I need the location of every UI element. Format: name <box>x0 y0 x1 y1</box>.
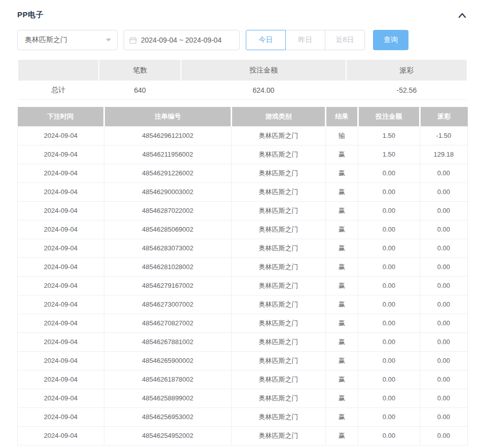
cell-order-number: 48546283073002 <box>104 239 232 257</box>
cell-bet-amount: 0.00 <box>358 426 420 445</box>
table-row: 2024-09-04 48546291226002 奥林匹斯之门 赢 0.00 … <box>18 164 468 182</box>
cell-payout: -1.50 <box>420 126 467 145</box>
page-container: PP电子 奥林匹斯之门 2024-09-04 ~ 2 <box>0 0 485 445</box>
cell-bet-amount: 0.00 <box>358 332 420 351</box>
summary-header-bet-amount: 投注金额 <box>181 60 345 81</box>
cell-game-type: 奥林匹斯之门 <box>232 389 326 407</box>
cell-game-type: 奥林匹斯之门 <box>232 257 326 276</box>
collapse-button[interactable] <box>457 11 468 19</box>
cell-payout: 0.00 <box>420 332 467 351</box>
cell-order-number: 48546261878002 <box>104 370 232 389</box>
bet-table-body: 2024-09-04 48546296121002 奥林匹斯之门 输 1.50 … <box>18 126 468 445</box>
cell-bet-time: 2024-09-04 <box>18 257 104 276</box>
cell-order-number: 48546285069002 <box>104 220 232 239</box>
table-row: 2024-09-04 48546281028002 奥林匹斯之门 赢 0.00 … <box>18 257 468 276</box>
quick-date-button-group: 今日 昨日 近8日 <box>246 30 365 50</box>
cell-bet-time: 2024-09-04 <box>18 332 104 351</box>
cell-game-type: 奥林匹斯之门 <box>232 182 326 201</box>
cell-bet-time: 2024-09-04 <box>18 145 104 164</box>
cell-game-type: 奥林匹斯之门 <box>232 314 326 332</box>
table-row: 2024-09-04 48546265900002 奥林匹斯之门 赢 0.00 … <box>18 351 468 370</box>
today-button[interactable]: 今日 <box>246 30 286 50</box>
bet-records-table: 下注时间 注单编号 游戏类别 结果 投注金额 派彩 2024-09-04 485… <box>17 107 468 445</box>
table-row: 2024-09-04 48546267881002 奥林匹斯之门 赢 0.00 … <box>18 332 468 351</box>
cell-order-number: 48546270827002 <box>104 314 232 332</box>
cell-bet-amount: 1.50 <box>358 126 420 145</box>
cell-bet-amount: 0.00 <box>358 220 420 239</box>
cell-result: 赢 <box>325 182 358 201</box>
cell-game-type: 奥林匹斯之门 <box>232 145 326 164</box>
cell-order-number: 48546265900002 <box>104 351 232 370</box>
cell-order-number: 48546258899002 <box>104 389 232 407</box>
cell-order-number: 48546267881002 <box>104 332 232 351</box>
summary-header-count: 笔数 <box>99 60 180 81</box>
cell-result: 赢 <box>325 370 358 389</box>
page-title: PP电子 <box>17 10 44 20</box>
cell-payout: 0.00 <box>420 370 467 389</box>
cell-order-number: 48546254952002 <box>104 426 232 445</box>
cell-payout: 0.00 <box>420 220 467 239</box>
cell-payout: 0.00 <box>420 389 467 407</box>
chevron-up-icon <box>458 12 467 20</box>
date-range-input[interactable]: 2024-09-04 ~ 2024-09-04 <box>124 30 240 50</box>
cell-result: 赢 <box>325 426 358 445</box>
cell-result: 赢 <box>325 164 358 182</box>
cell-bet-amount: 0.00 <box>358 276 420 295</box>
cell-order-number: 48546296121002 <box>104 126 232 145</box>
cell-bet-time: 2024-09-04 <box>18 389 104 407</box>
col-header-bet-amount: 投注金额 <box>358 107 420 126</box>
cell-payout: 0.00 <box>420 426 467 445</box>
cell-bet-amount: 0.00 <box>358 407 420 426</box>
cell-bet-amount: 0.00 <box>358 182 420 201</box>
cell-payout: 129.18 <box>420 145 467 164</box>
cell-result: 输 <box>325 126 358 145</box>
table-row: 2024-09-04 48546256953002 奥林匹斯之门 赢 0.00 … <box>18 407 468 426</box>
cell-result: 赢 <box>325 145 358 164</box>
query-button[interactable]: 查询 <box>373 30 408 50</box>
game-select[interactable]: 奥林匹斯之门 <box>17 30 118 50</box>
summary-total-label: 总计 <box>18 81 98 100</box>
cell-result: 赢 <box>325 332 358 351</box>
cell-result: 赢 <box>325 257 358 276</box>
table-row: 2024-09-04 48546290003002 奥林匹斯之门 赢 0.00 … <box>18 182 468 201</box>
cell-bet-amount: 0.00 <box>358 295 420 314</box>
cell-game-type: 奥林匹斯之门 <box>232 276 326 295</box>
summary-total-row: 总计 640 624.00 -52.56 <box>18 81 467 100</box>
cell-game-type: 奥林匹斯之门 <box>232 370 326 389</box>
cell-payout: 0.00 <box>420 164 467 182</box>
cell-bet-time: 2024-09-04 <box>18 426 104 445</box>
cell-game-type: 奥林匹斯之门 <box>232 407 326 426</box>
yesterday-button[interactable]: 昨日 <box>285 30 325 50</box>
cell-result: 赢 <box>325 276 358 295</box>
cell-bet-amount: 0.00 <box>358 389 420 407</box>
cell-result: 赢 <box>325 314 358 332</box>
cell-payout: 0.00 <box>420 276 467 295</box>
cell-bet-time: 2024-09-04 <box>18 276 104 295</box>
table-row: 2024-09-04 48546296121002 奥林匹斯之门 输 1.50 … <box>18 126 468 145</box>
cell-payout: 0.00 <box>420 201 467 220</box>
cell-bet-time: 2024-09-04 <box>18 314 104 332</box>
cell-bet-amount: 0.00 <box>358 164 420 182</box>
cell-bet-amount: 0.00 <box>358 370 420 389</box>
cell-bet-amount: 0.00 <box>358 351 420 370</box>
cell-result: 赢 <box>325 389 358 407</box>
cell-game-type: 奥林匹斯之门 <box>232 201 326 220</box>
cell-payout: 0.00 <box>420 351 467 370</box>
cell-game-type: 奥林匹斯之门 <box>232 239 326 257</box>
cell-bet-time: 2024-09-04 <box>18 126 104 145</box>
cell-order-number: 48546256953002 <box>104 407 232 426</box>
cell-order-number: 48546287022002 <box>104 201 232 220</box>
date-range-value: 2024-09-04 ~ 2024-09-04 <box>141 36 221 44</box>
cell-order-number: 48546290003002 <box>104 182 232 201</box>
cell-bet-amount: 0.00 <box>358 201 420 220</box>
calendar-icon <box>129 36 137 44</box>
cell-order-number: 48546273007002 <box>104 295 232 314</box>
cell-game-type: 奥林匹斯之门 <box>232 332 326 351</box>
cell-game-type: 奥林匹斯之门 <box>232 295 326 314</box>
cell-game-type: 奥林匹斯之门 <box>232 164 326 182</box>
col-header-game-type: 游戏类别 <box>232 107 326 126</box>
cell-order-number: 48546211956002 <box>104 145 232 164</box>
last-8-days-button[interactable]: 近8日 <box>325 30 365 50</box>
cell-result: 赢 <box>325 407 358 426</box>
cell-payout: 0.00 <box>420 295 467 314</box>
